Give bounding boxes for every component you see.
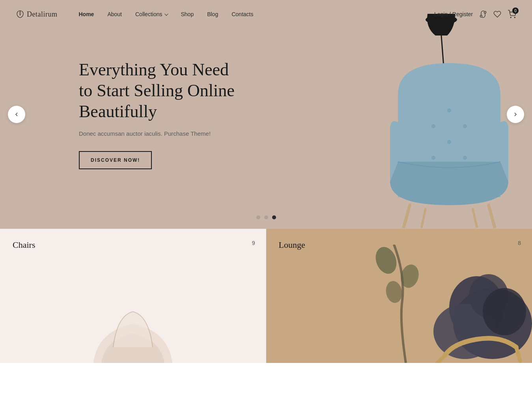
- cart-button[interactable]: 0: [508, 10, 516, 19]
- nav-item-blog[interactable]: Blog: [202, 8, 224, 21]
- hero-section: Everything You Need to Start Selling Onl…: [0, 0, 532, 229]
- svg-point-8: [431, 124, 435, 128]
- svg-point-7: [447, 108, 451, 112]
- category-label-chairs: Chairs: [13, 240, 35, 250]
- hero-dots: [256, 215, 276, 219]
- compare-button[interactable]: [479, 10, 487, 18]
- svg-point-17: [483, 288, 526, 335]
- hero-content: Everything You Need to Start Selling Onl…: [0, 60, 237, 169]
- nav-link-blog[interactable]: Blog: [202, 8, 224, 21]
- hero-prev-button[interactable]: [8, 106, 25, 123]
- svg-point-1: [484, 11, 486, 13]
- hero-next-button[interactable]: [507, 106, 524, 123]
- category-count-chairs: 9: [252, 240, 255, 246]
- category-label-lounge: Lounge: [279, 240, 305, 250]
- hero-chair: [366, 47, 532, 229]
- nav-right: Login / Register 0: [434, 10, 516, 19]
- logo-icon: [16, 10, 24, 19]
- svg-point-10: [447, 140, 451, 144]
- nav-item-shop[interactable]: Shop: [175, 8, 199, 21]
- arrow-left-icon: [13, 111, 20, 118]
- category-card-lounge[interactable]: Lounge 8: [266, 229, 532, 363]
- compare-icon: [479, 10, 487, 18]
- nav-link-about[interactable]: About: [102, 8, 127, 21]
- arrow-right-icon: [512, 111, 519, 118]
- site-logo[interactable]: Detalirum: [16, 10, 57, 19]
- nav-item-about[interactable]: About: [102, 8, 127, 21]
- nav-item-contacts[interactable]: Contacts: [226, 8, 259, 21]
- hero-title: Everything You Need to Start Selling Onl…: [79, 60, 237, 122]
- wishlist-button[interactable]: [493, 10, 501, 18]
- main-nav: Detalirum Home About Collections Shop Bl…: [0, 0, 532, 28]
- nav-link-collections[interactable]: Collections: [130, 8, 173, 21]
- hero-dot-3[interactable]: [272, 215, 276, 219]
- svg-point-3: [514, 17, 515, 18]
- nav-item-collections[interactable]: Collections: [130, 8, 173, 21]
- category-grid: Chairs 9 Lounge 8: [0, 229, 532, 363]
- svg-point-11: [431, 156, 435, 160]
- svg-point-9: [463, 124, 467, 128]
- nav-link-home[interactable]: Home: [73, 8, 99, 21]
- cart-count: 0: [512, 7, 519, 14]
- nav-link-contacts[interactable]: Contacts: [226, 8, 259, 21]
- hero-subtitle: Donec accumsan auctor iaculis. Purchase …: [79, 130, 237, 137]
- chevron-down-icon: [164, 12, 168, 16]
- lounge-card-decoration: [374, 245, 532, 363]
- category-card-chairs[interactable]: Chairs 9: [0, 229, 266, 363]
- nav-item-home[interactable]: Home: [73, 8, 99, 21]
- svg-point-2: [510, 17, 511, 18]
- discover-button[interactable]: DISCOVER NOW!: [79, 151, 152, 169]
- svg-point-20: [384, 280, 403, 304]
- hero-dot-1[interactable]: [256, 215, 260, 219]
- hero-dot-2[interactable]: [264, 215, 268, 219]
- svg-point-12: [463, 156, 467, 160]
- chairs-card-decoration: [78, 276, 188, 363]
- nav-link-shop[interactable]: Shop: [175, 8, 199, 21]
- heart-icon: [493, 10, 501, 18]
- svg-point-0: [480, 15, 482, 17]
- nav-links: Home About Collections Shop Blog Contact…: [73, 8, 434, 21]
- login-register-link[interactable]: Login / Register: [434, 11, 473, 17]
- logo-text: Detalirum: [27, 10, 57, 19]
